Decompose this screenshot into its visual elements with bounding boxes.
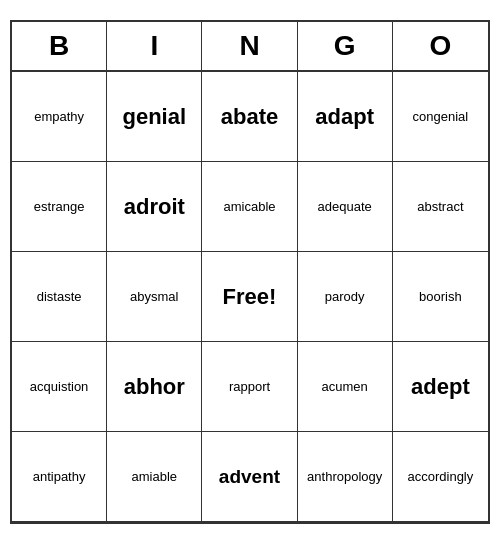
- bingo-cell-3-3: acumen: [298, 342, 393, 432]
- cell-text: distaste: [37, 289, 82, 304]
- cell-text: antipathy: [33, 469, 86, 484]
- bingo-cell-0-3: adapt: [298, 72, 393, 162]
- bingo-cell-1-1: adroit: [107, 162, 202, 252]
- bingo-cell-3-4: adept: [393, 342, 488, 432]
- cell-text: acquistion: [30, 379, 89, 394]
- cell-text: anthropology: [307, 469, 382, 484]
- bingo-cell-4-4: accordingly: [393, 432, 488, 522]
- cell-text: congenial: [413, 109, 469, 124]
- cell-text: adroit: [124, 194, 185, 220]
- cell-text: adequate: [318, 199, 372, 214]
- bingo-header: BINGO: [12, 22, 488, 72]
- bingo-cell-1-2: amicable: [202, 162, 297, 252]
- cell-text: accordingly: [408, 469, 474, 484]
- cell-text: Free!: [223, 284, 277, 310]
- bingo-cell-1-0: estrange: [12, 162, 107, 252]
- bingo-grid: empathygenialabateadaptcongenialestrange…: [12, 72, 488, 522]
- bingo-cell-0-0: empathy: [12, 72, 107, 162]
- cell-text: amicable: [223, 199, 275, 214]
- bingo-cell-2-3: parody: [298, 252, 393, 342]
- bingo-cell-4-3: anthropology: [298, 432, 393, 522]
- cell-text: estrange: [34, 199, 85, 214]
- cell-text: empathy: [34, 109, 84, 124]
- bingo-cell-1-3: adequate: [298, 162, 393, 252]
- bingo-cell-2-1: abysmal: [107, 252, 202, 342]
- cell-text: acumen: [322, 379, 368, 394]
- cell-text: abhor: [124, 374, 185, 400]
- bingo-cell-4-1: amiable: [107, 432, 202, 522]
- cell-text: parody: [325, 289, 365, 304]
- bingo-cell-4-2: advent: [202, 432, 297, 522]
- bingo-cell-3-2: rapport: [202, 342, 297, 432]
- bingo-cell-1-4: abstract: [393, 162, 488, 252]
- bingo-cell-4-0: antipathy: [12, 432, 107, 522]
- cell-text: abysmal: [130, 289, 178, 304]
- bingo-header-letter: B: [12, 22, 107, 70]
- bingo-cell-3-1: abhor: [107, 342, 202, 432]
- cell-text: genial: [123, 104, 187, 130]
- bingo-cell-2-0: distaste: [12, 252, 107, 342]
- cell-text: abate: [221, 104, 278, 130]
- cell-text: rapport: [229, 379, 270, 394]
- bingo-header-letter: N: [202, 22, 297, 70]
- bingo-cell-2-4: boorish: [393, 252, 488, 342]
- cell-text: advent: [219, 466, 280, 488]
- cell-text: adept: [411, 374, 470, 400]
- cell-text: amiable: [132, 469, 178, 484]
- cell-text: boorish: [419, 289, 462, 304]
- bingo-cell-2-2: Free!: [202, 252, 297, 342]
- bingo-header-letter: O: [393, 22, 488, 70]
- bingo-cell-0-2: abate: [202, 72, 297, 162]
- bingo-header-letter: I: [107, 22, 202, 70]
- bingo-card: BINGO empathygenialabateadaptcongeniales…: [10, 20, 490, 524]
- bingo-header-letter: G: [298, 22, 393, 70]
- cell-text: adapt: [315, 104, 374, 130]
- bingo-cell-0-4: congenial: [393, 72, 488, 162]
- cell-text: abstract: [417, 199, 463, 214]
- bingo-cell-3-0: acquistion: [12, 342, 107, 432]
- bingo-cell-0-1: genial: [107, 72, 202, 162]
